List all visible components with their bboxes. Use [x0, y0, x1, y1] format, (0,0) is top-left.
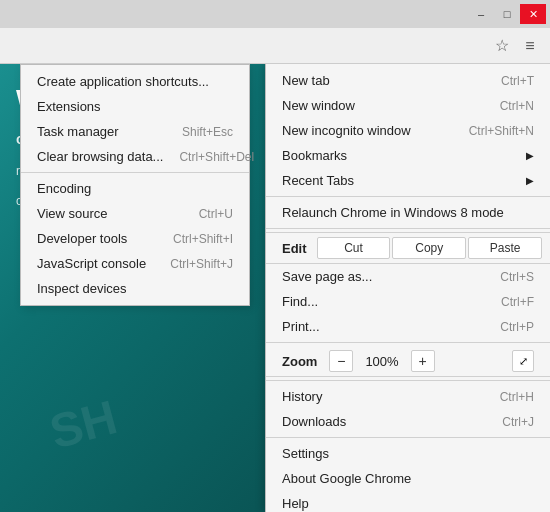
minimize-button[interactable]: –: [468, 4, 494, 24]
main-menu-list: New tab Ctrl+T New window Ctrl+N New inc…: [266, 64, 550, 512]
zoom-row: Zoom − 100% + ⤢: [266, 346, 550, 377]
zoom-value: 100%: [357, 354, 406, 369]
maximize-button[interactable]: □: [494, 4, 520, 24]
menu-sep-5: [266, 437, 550, 438]
submenu-item-encoding[interactable]: Encoding: [21, 176, 249, 201]
menu-item-bookmarks[interactable]: Bookmarks ▶: [266, 143, 550, 168]
zoom-in-button[interactable]: +: [411, 350, 435, 372]
menu-item-downloads[interactable]: Downloads Ctrl+J: [266, 409, 550, 434]
submenu-item-inspect-devices[interactable]: Inspect devices: [21, 276, 249, 301]
cut-button[interactable]: Cut: [317, 237, 391, 259]
submenu-item-task-manager[interactable]: Task manager Shift+Esc: [21, 119, 249, 144]
paste-button[interactable]: Paste: [468, 237, 542, 259]
menu-item-save-page[interactable]: Save page as... Ctrl+S: [266, 264, 550, 289]
menu-item-recent-tabs[interactable]: Recent Tabs ▶: [266, 168, 550, 193]
context-menu: New tab Ctrl+T New window Ctrl+N New inc…: [265, 64, 550, 512]
submenu-item-js-console[interactable]: JavaScript console Ctrl+Shift+J: [21, 251, 249, 276]
submenu-separator-1: [21, 172, 249, 173]
submenu-item-extensions[interactable]: Extensions: [21, 94, 249, 119]
zoom-label: Zoom: [282, 354, 317, 369]
menu-item-print[interactable]: Print... Ctrl+P: [266, 314, 550, 339]
menu-item-help[interactable]: Help: [266, 491, 550, 512]
copy-button[interactable]: Copy: [392, 237, 466, 259]
more-tools-submenu: Create application shortcuts... Extensio…: [20, 64, 250, 306]
menu-item-settings[interactable]: Settings: [266, 441, 550, 466]
browser-toolbar: ☆ ≡: [0, 28, 550, 64]
submenu-item-clear-browsing[interactable]: Clear browsing data... Ctrl+Shift+Del: [21, 144, 249, 169]
menu-item-about[interactable]: About Google Chrome: [266, 466, 550, 491]
submenu-item-developer-tools[interactable]: Developer tools Ctrl+Shift+I: [21, 226, 249, 251]
star-button[interactable]: ☆: [490, 34, 514, 58]
submenu-item-view-source[interactable]: View source Ctrl+U: [21, 201, 249, 226]
menu-sep-2: [266, 228, 550, 229]
menu-button[interactable]: ≡: [518, 34, 542, 58]
submenu-item-create-shortcuts[interactable]: Create application shortcuts...: [21, 69, 249, 94]
menu-sep-3: [266, 342, 550, 343]
bookmarks-arrow-icon: ▶: [526, 150, 534, 161]
edit-row: Edit Cut Copy Paste: [266, 232, 550, 264]
menu-item-relaunch[interactable]: Relaunch Chrome in Windows 8 mode: [266, 200, 550, 225]
menu-sep-1: [266, 196, 550, 197]
menu-sep-4: [266, 380, 550, 381]
menu-item-history[interactable]: History Ctrl+H: [266, 384, 550, 409]
menu-item-find[interactable]: Find... Ctrl+F: [266, 289, 550, 314]
title-bar: – □ ✕: [0, 0, 550, 28]
menu-item-new-tab[interactable]: New tab Ctrl+T: [266, 68, 550, 93]
edit-label: Edit: [274, 241, 315, 256]
recent-tabs-arrow-icon: ▶: [526, 175, 534, 186]
page-area: Web ⊙ Speed ol for testing your Inter rn…: [0, 64, 550, 512]
close-button[interactable]: ✕: [520, 4, 546, 24]
menu-item-new-window[interactable]: New window Ctrl+N: [266, 93, 550, 118]
zoom-out-button[interactable]: −: [329, 350, 353, 372]
menu-item-new-incognito[interactable]: New incognito window Ctrl+Shift+N: [266, 118, 550, 143]
watermark: SH: [44, 389, 123, 459]
fullscreen-button[interactable]: ⤢: [512, 350, 534, 372]
